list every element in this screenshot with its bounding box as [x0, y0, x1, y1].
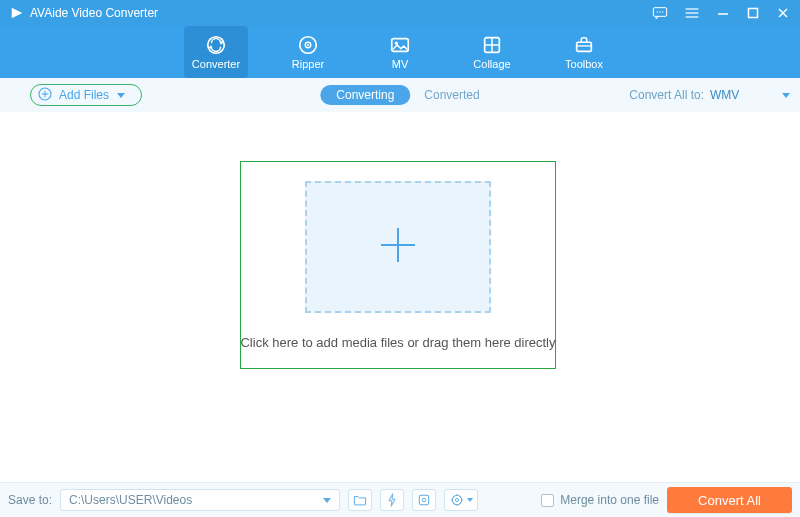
- titlebar: AVAide Video Converter: [0, 0, 800, 26]
- chevron-down-icon: [323, 498, 331, 503]
- chevron-down-icon: [467, 498, 473, 502]
- merge-checkbox[interactable]: Merge into one file: [541, 493, 659, 507]
- convert-all-select[interactable]: WMV: [710, 88, 790, 102]
- subbar: Add Files Converting Converted Convert A…: [0, 78, 800, 112]
- nav-converter[interactable]: Converter: [184, 26, 248, 78]
- window-maximize-icon[interactable]: [746, 6, 760, 20]
- svg-point-17: [307, 44, 309, 46]
- main-area: Click here to add media files or drag th…: [0, 112, 800, 482]
- nav-label: Converter: [192, 58, 240, 70]
- titlebar-left: AVAide Video Converter: [10, 6, 158, 20]
- plus-circle-icon: [37, 86, 53, 105]
- tab-converting[interactable]: Converting: [320, 85, 410, 105]
- nav-mv[interactable]: MV: [368, 26, 432, 78]
- svg-rect-23: [577, 42, 592, 51]
- svg-point-32: [452, 495, 461, 504]
- convert-all-label: Convert All to:: [629, 88, 704, 102]
- save-to-path-select[interactable]: C:\Users\USER\Videos: [60, 489, 340, 511]
- svg-point-31: [422, 498, 426, 502]
- svg-rect-30: [419, 495, 428, 504]
- main-menu-icon[interactable]: [684, 6, 700, 20]
- tab-converted[interactable]: Converted: [424, 88, 479, 102]
- status-tabs: Converting Converted: [320, 85, 479, 105]
- merge-label: Merge into one file: [560, 493, 659, 507]
- save-to-path-value: C:\Users\USER\Videos: [69, 493, 192, 507]
- main-nav: Converter Ripper MV Collage Toolbox: [0, 26, 800, 78]
- drop-zone[interactable]: [305, 181, 491, 313]
- chevron-down-icon: [782, 93, 790, 98]
- svg-rect-9: [749, 9, 758, 18]
- window-minimize-icon[interactable]: [716, 6, 730, 20]
- svg-point-33: [455, 498, 458, 501]
- convert-all-button[interactable]: Convert All: [667, 487, 792, 513]
- window-close-icon[interactable]: [776, 6, 790, 20]
- add-files-label: Add Files: [59, 88, 109, 102]
- svg-rect-18: [392, 39, 409, 52]
- nav-label: MV: [392, 58, 409, 70]
- nav-label: Ripper: [292, 58, 324, 70]
- high-speed-button[interactable]: [412, 489, 436, 511]
- app-logo-icon: [10, 6, 24, 20]
- nav-collage[interactable]: Collage: [460, 26, 524, 78]
- svg-marker-0: [12, 8, 23, 19]
- chevron-down-icon: [117, 93, 125, 98]
- drop-zone-message: Click here to add media files or drag th…: [240, 335, 556, 350]
- save-to-label: Save to:: [8, 493, 52, 507]
- convert-all-value: WMV: [710, 88, 739, 102]
- convert-all-target: Convert All to: WMV: [629, 88, 790, 102]
- settings-dropdown[interactable]: [444, 489, 478, 511]
- nav-label: Toolbox: [565, 58, 603, 70]
- svg-point-2: [657, 11, 658, 12]
- nav-ripper[interactable]: Ripper: [276, 26, 340, 78]
- app-title: AVAide Video Converter: [30, 6, 158, 20]
- window-controls: [652, 6, 790, 20]
- gpu-accel-button[interactable]: [380, 489, 404, 511]
- footer: Save to: C:\Users\USER\Videos Merge into…: [0, 482, 800, 517]
- feedback-icon[interactable]: [652, 6, 668, 20]
- svg-point-3: [659, 11, 660, 12]
- svg-point-4: [662, 11, 663, 12]
- add-files-button[interactable]: Add Files: [30, 84, 142, 106]
- plus-icon: [373, 220, 423, 274]
- nav-toolbox[interactable]: Toolbox: [552, 26, 616, 78]
- checkbox-icon: [541, 494, 554, 507]
- open-folder-button[interactable]: [348, 489, 372, 511]
- nav-label: Collage: [473, 58, 510, 70]
